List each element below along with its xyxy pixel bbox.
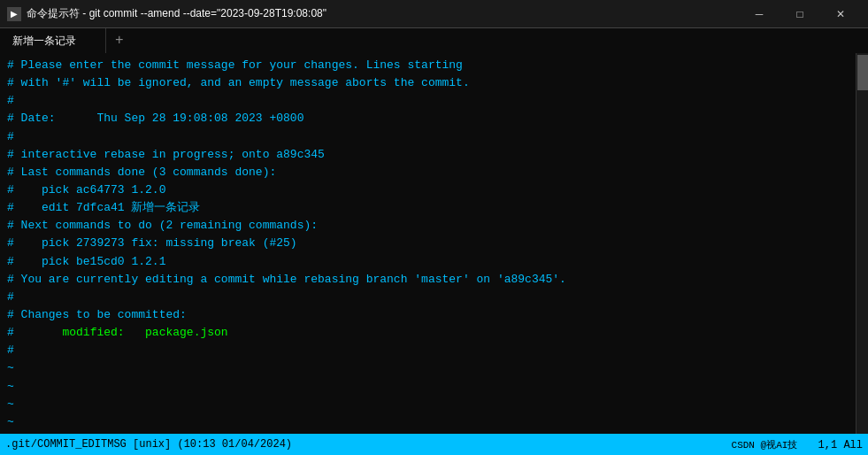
window-controls: ─ □ ✕ [739,0,861,28]
terminal-line-1: # Please enter the commit message for yo… [7,57,861,74]
terminal-line-9: # edit 7dfca41 新增一条记录 [7,199,861,217]
terminal-line-6: # interactive rebase in progress; onto a… [7,146,861,164]
watermark: CSDN @视AI技 [732,440,798,451]
terminal-line-11: # pick 2739273 fix: missing break (#25) [7,235,861,252]
close-button[interactable]: ✕ [820,0,861,28]
maximize-button[interactable]: □ [780,0,820,28]
window-icon: ▶ [7,7,21,21]
scroll-thumb[interactable] [857,55,868,90]
terminal-line-17: # [7,342,861,359]
new-tab-button[interactable]: + [106,33,133,49]
tab-label: 新增一条记录 [12,34,76,49]
terminal-tilde-2: ~ [7,378,861,396]
terminal-line-5: # [7,128,861,146]
status-left: .git/COMMIT_EDITMSG [unix] (10:13 01/04/… [5,438,292,451]
terminal-line-7: # Last commands done (3 commands done): [7,164,861,181]
title-bar: ▶ 命令提示符 - git commit --amend --date="202… [0,0,868,28]
window-title: 命令提示符 - git commit --amend --date="2023-… [27,6,739,21]
terminal-line-8: # pick ac64773 1.2.0 [7,181,861,199]
terminal-area[interactable]: # Please enter the commit message for yo… [0,53,868,434]
terminal-line-3: # [7,92,861,110]
terminal-line-10: # Next commands to do (2 remaining comma… [7,217,861,235]
minimize-button[interactable]: ─ [739,0,780,28]
terminal-line-15: # Changes to be committed: [7,306,861,324]
terminal-tilde-4: ~ [7,413,861,431]
terminal-line-12: # pick be15cd0 1.2.1 [7,253,861,271]
status-bar: .git/COMMIT_EDITMSG [unix] (10:13 01/04/… [0,434,868,455]
status-right: CSDN @视AI技 1,1 All [732,438,863,451]
tab-bar: 新增一条记录 + [0,28,868,53]
terminal-tilde-1: ~ [7,359,861,377]
terminal-tilde-3: ~ [7,396,861,413]
terminal-line-14: # [7,289,861,306]
terminal-line-13: # You are currently editing a commit whi… [7,271,861,289]
tab-item[interactable]: 新增一条记录 [0,28,106,53]
status-position: 1,1 All [818,439,863,451]
terminal-line-16: # modified: package.json [7,324,861,342]
terminal-line-4: # Date: Thu Sep 28 19:08:08 2023 +0800 [7,110,861,127]
scrollbar[interactable] [856,53,868,434]
terminal-line-2: # with '#' will be ignored, and an empty… [7,74,861,92]
